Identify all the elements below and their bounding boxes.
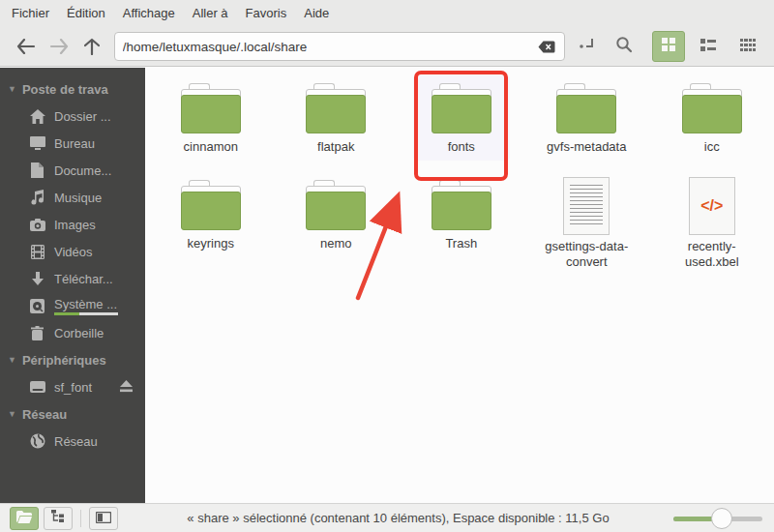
search-icon [615, 36, 633, 57]
download-arrow-icon [29, 271, 45, 287]
location-bar[interactable] [114, 32, 566, 61]
file-item-flatpak[interactable]: flatpak [274, 74, 400, 170]
search-button[interactable] [610, 32, 639, 61]
menu-affichage[interactable]: Affichage [114, 0, 184, 27]
sidebar-item-label: Système ... [54, 297, 118, 311]
file-grid-area[interactable]: cinnamon flatpak fonts [145, 68, 774, 503]
menu-aide[interactable]: Aide [295, 0, 338, 27]
clear-path-icon[interactable] [537, 39, 556, 54]
file-item-icc[interactable]: icc [649, 74, 774, 170]
sidebar-header-devices[interactable]: ▼ Périphériques [0, 346, 145, 373]
file-manager-window: Fichier Édition Affichage Aller à Favori… [0, 0, 774, 532]
statusbar-separator [80, 510, 81, 527]
sidebar-item-reseau[interactable]: Réseau [0, 428, 145, 455]
chevron-down-icon: ▼ [8, 409, 16, 419]
edit-location-icon [579, 36, 596, 57]
menu-edition[interactable]: Édition [58, 0, 114, 27]
sidebar-panel-icon [96, 510, 111, 527]
file-item-nemo[interactable]: nemo [274, 170, 400, 277]
sidebar-header-computer[interactable]: ▼ Poste de trava [0, 75, 145, 103]
compact-view-button[interactable] [731, 31, 764, 62]
forward-button[interactable] [43, 32, 75, 61]
sidebar: ▼ Poste de trava Dossier ... Bureau Docu… [0, 68, 145, 503]
file-label: cinnamon [184, 139, 238, 155]
sidebar-item-bureau[interactable]: Bureau [0, 130, 145, 157]
list-view-button[interactable] [692, 31, 725, 62]
grid-view-icon [662, 38, 675, 55]
menu-aller-a[interactable]: Aller à [184, 0, 237, 27]
selected-file-highlight: fonts [413, 75, 510, 161]
compact-view-icon [740, 38, 756, 55]
globe-icon [29, 433, 45, 450]
up-button[interactable] [75, 32, 108, 61]
sidebar-item-label: Musique [54, 191, 102, 205]
chevron-down-icon: ▼ [8, 84, 16, 94]
document-icon [29, 163, 45, 179]
file-grid: cinnamon flatpak fonts [148, 74, 774, 277]
film-icon [29, 244, 45, 260]
sidebar-item-systeme[interactable]: Système ... [0, 292, 145, 319]
file-item-keyrings[interactable]: keyrings [148, 170, 274, 277]
sidebar-item-label: Corbeille [54, 326, 104, 340]
places-folder-icon [16, 510, 32, 527]
sidebar-item-label: Images [54, 218, 96, 232]
path-input[interactable] [123, 40, 534, 54]
sidebar-header-label: Poste de trava [22, 82, 108, 97]
file-item-cinnamon[interactable]: cinnamon [148, 74, 274, 170]
sidebar-item-label: Bureau [54, 136, 95, 151]
sidebar-item-documents[interactable]: Docume... [0, 157, 145, 184]
file-label: gsettings-data-convert [540, 239, 633, 271]
sidebar-header-label: Réseau [22, 407, 67, 422]
sidebar-item-images[interactable]: Images [0, 211, 145, 238]
show-treeview-button[interactable] [44, 507, 73, 530]
file-item-gsettings-data-convert[interactable]: gsettings-data-convert [524, 170, 650, 277]
arrow-up-icon [84, 38, 100, 55]
sidebar-header-network[interactable]: ▼ Réseau [0, 400, 145, 428]
sidebar-item-musique[interactable]: Musique [0, 184, 145, 211]
folder-icon [305, 180, 367, 230]
desktop-icon [29, 135, 45, 152]
home-icon [29, 108, 45, 125]
show-places-button[interactable] [10, 507, 39, 530]
text-file-icon [563, 177, 610, 235]
arrow-right-icon [49, 39, 69, 54]
toggle-location-entry-button[interactable] [573, 32, 602, 61]
folder-icon [180, 83, 242, 133]
file-item-fonts[interactable]: fonts [399, 74, 524, 170]
file-label: recently-used.xbel [666, 239, 759, 271]
sidebar-item-telechargements[interactable]: Téléchar... [0, 265, 145, 292]
folder-icon [555, 83, 617, 133]
back-button[interactable] [10, 32, 43, 61]
sidebar-item-label: Docume... [54, 163, 111, 178]
sidebar-header-label: Périphériques [22, 353, 106, 368]
sidebar-item-videos[interactable]: Vidéos [0, 238, 145, 265]
sidebar-item-label: Réseau [54, 434, 98, 449]
zoom-slider[interactable] [673, 507, 762, 530]
music-note-icon [29, 190, 45, 206]
file-item-gvfs-metadata[interactable]: gvfs-metadata [524, 74, 650, 170]
treeview-icon [51, 510, 66, 527]
arrow-left-icon [16, 39, 36, 54]
file-label: fonts [448, 139, 475, 155]
menu-favoris[interactable]: Favoris [237, 0, 296, 27]
sidebar-item-corbeille[interactable]: Corbeille [0, 319, 145, 346]
file-label: keyrings [188, 236, 234, 251]
sidebar-item-label: Dossier ... [54, 109, 111, 124]
file-label: nemo [320, 236, 352, 251]
menu-fichier[interactable]: Fichier [3, 0, 58, 27]
folder-icon [431, 83, 492, 133]
sidebar-item-home[interactable]: Dossier ... [0, 103, 145, 130]
eject-icon[interactable] [119, 380, 134, 396]
disk-usage-bar [54, 312, 118, 315]
view-toggle-group [652, 31, 764, 62]
sidebar-item-sf-font[interactable]: sf_font [0, 373, 145, 400]
xml-file-icon: </> [689, 177, 735, 235]
file-item-recently-used-xbel[interactable]: </> recently-used.xbel [649, 170, 774, 277]
status-text: « share » sélectionné (contenant 10 élém… [123, 511, 673, 525]
sidebar-item-label: Téléchar... [54, 272, 113, 286]
file-item-trash[interactable]: Trash [399, 170, 524, 277]
icon-view-button[interactable] [652, 31, 685, 62]
sidebar-item-label: sf_font [54, 380, 92, 395]
zoom-slider-handle[interactable] [711, 508, 732, 529]
toggle-sidebar-button[interactable] [89, 507, 118, 530]
